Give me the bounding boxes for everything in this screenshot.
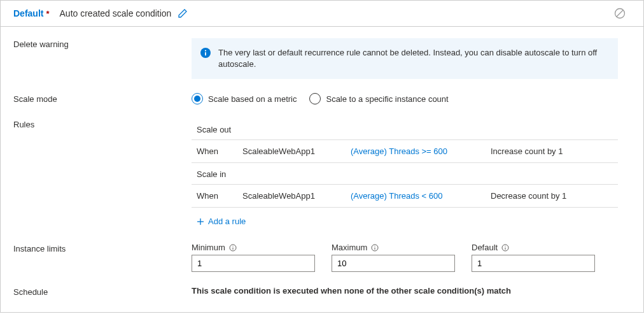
info-circle-icon[interactable] xyxy=(501,244,509,252)
svg-rect-4 xyxy=(205,52,206,56)
rule-resource: ScaleableWebApp1 xyxy=(242,191,351,201)
delete-warning-label: Delete warning xyxy=(13,38,192,49)
svg-point-12 xyxy=(375,246,375,246)
svg-point-15 xyxy=(505,246,506,246)
rule-condition-link[interactable]: (Average) Threads < 600 xyxy=(351,191,491,201)
scale-condition-card: Default * Auto created scale condition D… xyxy=(0,0,644,313)
scale-in-title: Scale in xyxy=(192,163,618,184)
radio-circle-icon xyxy=(309,93,321,104)
disable-icon[interactable] xyxy=(614,8,626,19)
minimum-field: Minimum xyxy=(192,243,315,272)
scale-out-title: Scale out xyxy=(192,118,618,139)
maximum-field: Maximum xyxy=(332,243,455,272)
add-rule-button[interactable]: Add a rule xyxy=(192,208,618,229)
card-body: Delete warning The very last or default … xyxy=(1,27,643,312)
minimum-input[interactable] xyxy=(192,255,315,272)
info-circle-icon[interactable] xyxy=(371,244,379,252)
info-icon xyxy=(200,48,211,58)
radio-scale-metric-label: Scale based on a metric xyxy=(208,94,297,104)
scale-out-rule-row[interactable]: When ScaleableWebApp1 (Average) Threads … xyxy=(192,140,618,162)
info-circle-icon[interactable] xyxy=(229,244,237,252)
rules-row: Rules Scale out When ScaleableWebApp1 (A… xyxy=(13,118,631,229)
condition-subtitle: Auto created scale condition xyxy=(60,8,172,18)
plus-icon xyxy=(197,218,204,225)
rule-condition-link[interactable]: (Average) Threads >= 600 xyxy=(351,146,491,156)
svg-point-3 xyxy=(205,50,206,52)
default-label: Default xyxy=(472,243,498,252)
maximum-input[interactable] xyxy=(332,255,455,272)
minimum-label: Minimum xyxy=(192,243,225,252)
schedule-text: This scale condition is executed when no… xyxy=(192,286,631,296)
instance-limits-row: Instance limits Minimum xyxy=(13,243,631,272)
rule-resource: ScaleableWebApp1 xyxy=(242,146,351,156)
rule-when: When xyxy=(197,191,242,201)
default-field: Default xyxy=(472,243,595,272)
scale-mode-radio-group: Scale based on a metric Scale to a speci… xyxy=(192,93,631,104)
radio-scale-specific-label: Scale to a specific instance count xyxy=(326,94,448,104)
schedule-label: Schedule xyxy=(13,286,192,297)
instance-limits-label: Instance limits xyxy=(13,243,192,253)
delete-warning-text: The very last or default recurrence rule… xyxy=(218,47,608,70)
rule-action: Increase count by 1 xyxy=(491,146,613,156)
schedule-row: Schedule This scale condition is execute… xyxy=(13,286,631,297)
rules-table: Scale out When ScaleableWebApp1 (Average… xyxy=(192,118,618,229)
maximum-label: Maximum xyxy=(332,243,367,252)
delete-warning-callout: The very last or default recurrence rule… xyxy=(192,38,618,79)
svg-line-1 xyxy=(617,10,623,17)
radio-circle-icon xyxy=(192,93,203,104)
rule-action: Decrease count by 1 xyxy=(491,191,613,201)
scale-mode-label: Scale mode xyxy=(13,93,192,104)
edit-icon[interactable] xyxy=(178,8,188,18)
delete-warning-row: Delete warning The very last or default … xyxy=(13,38,631,79)
scale-in-rule-row[interactable]: When ScaleableWebApp1 (Average) Threads … xyxy=(192,185,618,207)
card-header: Default * Auto created scale condition xyxy=(1,1,643,27)
rules-label: Rules xyxy=(13,118,192,129)
svg-point-9 xyxy=(232,246,233,246)
default-input[interactable] xyxy=(472,255,595,272)
add-rule-label: Add a rule xyxy=(208,217,246,226)
instance-limits-fields: Minimum Maximum xyxy=(192,243,618,272)
radio-scale-metric[interactable]: Scale based on a metric xyxy=(192,93,297,104)
condition-name: Default xyxy=(13,8,43,18)
scale-mode-row: Scale mode Scale based on a metric Scale… xyxy=(13,93,631,104)
rule-when: When xyxy=(197,146,242,156)
radio-scale-specific[interactable]: Scale to a specific instance count xyxy=(309,93,448,104)
required-asterisk: * xyxy=(46,9,49,18)
